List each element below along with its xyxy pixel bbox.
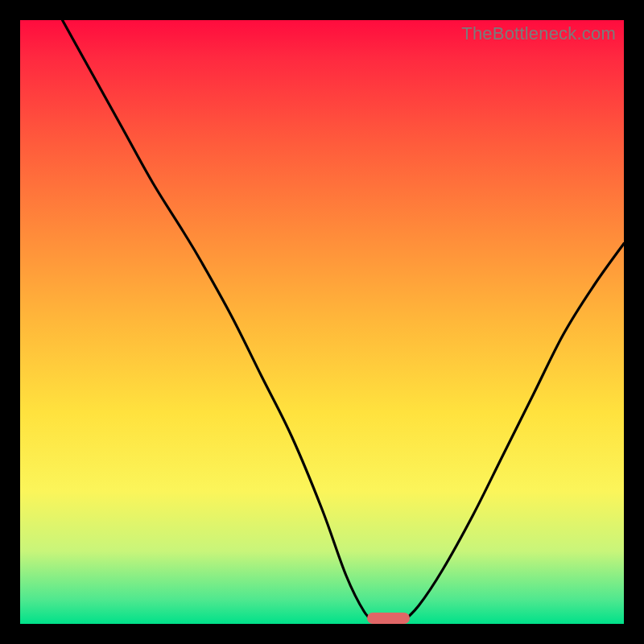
curve-right-arm <box>401 244 625 625</box>
bottleneck-curve <box>20 20 624 624</box>
curve-left-arm <box>63 20 377 624</box>
chart-frame: TheBottleneck.com <box>0 0 644 644</box>
optimum-marker <box>367 613 410 624</box>
watermark-text: TheBottleneck.com <box>461 23 616 44</box>
plot-area: TheBottleneck.com <box>20 20 624 624</box>
